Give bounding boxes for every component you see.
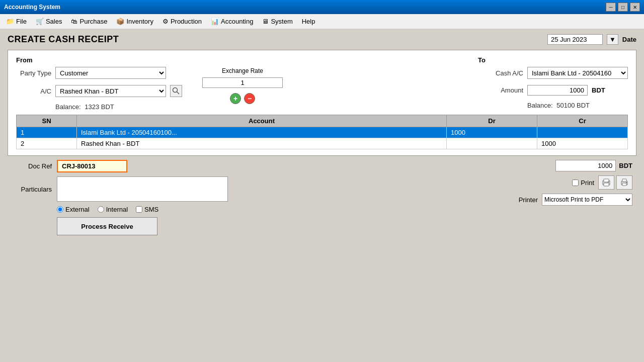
external-radio[interactable]: [57, 206, 63, 213]
amount-input[interactable]: [527, 85, 588, 96]
particulars-textarea[interactable]: [57, 176, 228, 202]
print-checkbox[interactable]: [572, 179, 579, 186]
printer-row: Printer Microsoft Print to PDF Default P…: [519, 194, 632, 206]
particulars-label: Particulars: [12, 186, 52, 193]
internal-radio-label[interactable]: Internal: [98, 206, 128, 213]
date-row: ▼ Date: [547, 34, 636, 45]
svg-rect-8: [622, 183, 626, 186]
exchange-rate-input[interactable]: [202, 77, 283, 88]
total-currency: BDT: [619, 162, 632, 169]
party-type-row: Party Type Customer: [16, 67, 182, 79]
col-account: Account: [77, 115, 447, 127]
row1-dr: 1000: [447, 127, 537, 138]
print-preview-button[interactable]: [598, 175, 614, 190]
party-type-label: Party Type: [16, 69, 51, 77]
printer-select[interactable]: Microsoft Print to PDF Default Printer: [542, 194, 632, 206]
remove-row-button[interactable]: −: [244, 93, 255, 104]
process-receive-button[interactable]: Process Receive: [57, 217, 157, 235]
process-btn-label: Process Receive: [81, 223, 133, 230]
add-row-button[interactable]: +: [230, 93, 241, 104]
col-sn: SN: [17, 115, 77, 127]
search-icon: [172, 87, 180, 95]
exchange-block: Exchange Rate + −: [202, 56, 283, 104]
print-preview-icon: [602, 178, 611, 187]
print-icons: [598, 175, 632, 190]
internal-radio[interactable]: [98, 206, 104, 213]
exchange-rate-label: Exchange Rate: [222, 67, 263, 74]
menu-accounting-label: Accounting: [221, 18, 253, 25]
menu-production[interactable]: ⚙ Production: [158, 16, 206, 27]
balance-value: 1323 BDT: [85, 103, 114, 111]
menu-file[interactable]: 📁 File: [2, 16, 31, 27]
external-label: External: [65, 206, 90, 213]
file-icon: 📁: [6, 18, 14, 25]
form-panel: From Party Type Customer A/C Rashed Khan…: [8, 50, 636, 156]
purchase-icon: 🛍: [71, 18, 77, 25]
amount-label: Amount: [478, 86, 523, 94]
close-button[interactable]: ✕: [630, 3, 640, 12]
radio-row: External Internal SMS: [12, 206, 509, 213]
row1-cr: [537, 127, 628, 138]
sales-icon: 🛒: [36, 18, 44, 25]
menu-file-label: File: [16, 18, 27, 25]
menu-help[interactable]: Help: [298, 16, 319, 27]
doc-ref-row: Doc Ref: [12, 160, 509, 172]
svg-point-0: [173, 88, 178, 93]
particulars-row: Particulars: [12, 176, 509, 202]
total-row: BDT: [555, 160, 632, 171]
col-dr: Dr: [447, 115, 537, 127]
external-radio-label[interactable]: External: [57, 206, 90, 213]
journal-table: SN Account Dr Cr 1 Islami Bank Ltd - 205…: [16, 115, 628, 149]
cash-ac-row: Cash A/C Islami Bank Ltd - 20504160: [478, 67, 628, 79]
total-input[interactable]: [555, 160, 616, 171]
table-row[interactable]: 2 Rashed Khan - BDT 1000: [17, 138, 628, 149]
printer-label: Printer: [519, 196, 538, 204]
system-icon: 🖥: [262, 18, 269, 25]
ac-select[interactable]: Rashed Khan - BDT: [55, 85, 166, 97]
date-input[interactable]: [547, 34, 603, 45]
from-to-area: From Party Type Customer A/C Rashed Khan…: [16, 56, 628, 111]
calendar-button[interactable]: ▼: [607, 34, 618, 45]
print-icon: [620, 178, 629, 187]
menu-production-label: Production: [171, 18, 202, 25]
ac-search-button[interactable]: [170, 85, 182, 97]
ac-row: A/C Rashed Khan - BDT: [16, 85, 182, 97]
balance-prefix: Balance:: [55, 103, 81, 111]
svg-rect-4: [604, 183, 609, 186]
col-cr: Cr: [537, 115, 628, 127]
svg-line-1: [177, 92, 180, 95]
doc-ref-label: Doc Ref: [12, 162, 52, 170]
print-label-wrapper[interactable]: Print: [572, 179, 594, 187]
row2-cr: 1000: [537, 138, 628, 149]
doc-ref-input[interactable]: [57, 160, 127, 172]
print-button[interactable]: [616, 175, 632, 190]
table-row[interactable]: 1 Islami Bank Ltd - 20504160100... 1000: [17, 127, 628, 138]
amount-currency: BDT: [592, 86, 605, 94]
right-bottom: BDT Print: [519, 160, 632, 206]
menu-inventory[interactable]: 📦 Inventory: [112, 16, 157, 27]
minimize-button[interactable]: ─: [606, 3, 616, 12]
menu-system-label: System: [271, 18, 292, 25]
cash-ac-select[interactable]: Islami Bank Ltd - 20504160: [527, 67, 628, 79]
menu-accounting[interactable]: 📊 Accounting: [207, 16, 257, 27]
row1-sn: 1: [17, 127, 77, 138]
add-remove-row: + −: [230, 93, 255, 104]
sms-checkbox-label[interactable]: SMS: [136, 206, 158, 213]
menu-help-label: Help: [302, 18, 315, 25]
row2-dr: [447, 138, 537, 149]
amount-row: Amount BDT: [478, 85, 628, 96]
to-label: To: [478, 56, 628, 64]
row2-account: Rashed Khan - BDT: [77, 138, 447, 149]
maximize-button[interactable]: □: [618, 3, 628, 12]
to-balance-value: 50100 BDT: [556, 102, 590, 109]
menu-purchase[interactable]: 🛍 Purchase: [67, 16, 111, 27]
date-label: Date: [622, 36, 636, 43]
sms-label: SMS: [144, 206, 158, 213]
party-type-select[interactable]: Customer: [55, 67, 166, 79]
sms-checkbox[interactable]: [136, 206, 142, 213]
to-balance-prefix: Balance:: [527, 102, 553, 109]
print-row: Print: [572, 175, 632, 190]
menu-system[interactable]: 🖥 System: [258, 16, 296, 27]
page-header: CREATE CASH RECEIPT ▼ Date: [8, 34, 636, 45]
menu-sales[interactable]: 🛒 Sales: [32, 16, 66, 27]
